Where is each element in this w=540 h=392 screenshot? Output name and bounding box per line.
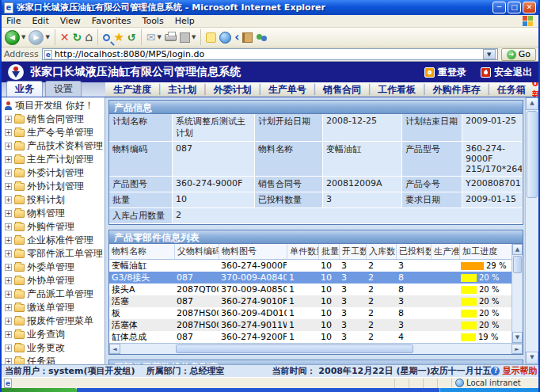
scroll-up-icon[interactable]: ▲ [526,97,538,110]
sidebar-item[interactable]: 外委计划管理 [2,166,105,180]
table-row[interactable]: 活塞 087 360-274-9010F 1 10 3 2 3 [109,295,511,307]
research-icon[interactable] [242,32,253,43]
scrollbar-thumb[interactable] [176,344,413,353]
table-row[interactable]: 缸体总成 087 360-274-9200F 1 10 3 2 4 [109,331,511,343]
browser-globe-icon[interactable] [219,32,231,44]
quick-nav-icon[interactable]: ‹ [234,32,239,44]
expand-icon[interactable] [5,344,12,352]
back-dropdown-icon[interactable]: ▼ [21,34,25,40]
expand-icon[interactable] [5,237,12,244]
more-dropdown-icon[interactable]: ▼ [192,34,196,40]
favorites-icon[interactable]: ★ [113,32,124,44]
table-row[interactable]: 接头A 2087QT002 370-009-A0850 1 10 3 2 8 [109,284,511,295]
expand-icon[interactable] [5,169,12,177]
column-header[interactable]: 开工数 [339,244,366,259]
logout-button[interactable]: 安全退出 [481,66,532,79]
column-header[interactable]: 父物料编码 [174,244,219,259]
address-dropdown-icon[interactable]: ▼ [483,49,496,59]
mail-icon[interactable]: ✉ [146,32,156,43]
minimize-button[interactable]: ─ [492,2,506,13]
new-tasks-badge[interactable]: 0新 [532,82,538,97]
menu-item[interactable]: Help [175,16,195,26]
expand-icon[interactable] [5,250,12,257]
print-icon[interactable] [165,34,177,41]
scroll-right-icon[interactable]: ► [511,344,523,354]
expand-icon[interactable] [5,196,12,204]
scrollbar-thumb[interactable] [527,111,538,198]
menu-item[interactable]: Edit [32,16,48,26]
sidebar-item[interactable]: 零部件派工单管理 [2,247,105,261]
nav-item[interactable]: 任务箱 [480,83,525,97]
expand-icon[interactable] [5,129,12,136]
column-header[interactable]: 已投料数 [396,244,431,259]
menu-item[interactable]: File [6,16,21,26]
sidebar-item[interactable]: 投料计划 [2,193,105,207]
nav-item[interactable]: 生产进度 [113,83,151,97]
sidebar-item[interactable]: 任务箱 [2,355,105,364]
table-row[interactable]: 变幅油缸 360-274-9000F 10 3 2 3 [109,260,511,272]
home-button[interactable]: ⌂ [85,31,93,44]
scroll-down-icon[interactable]: ▼ [526,352,538,364]
scroll-up-icon[interactable]: ▲ [512,244,523,255]
nav-item[interactable]: 外委计划 [196,83,251,97]
expand-icon[interactable] [5,210,12,217]
sidebar-item[interactable]: 产品技术资料管理 [2,139,105,153]
column-header[interactable]: 生产准备 [431,244,459,259]
table-row[interactable]: 活塞体 2087HS002 360-274-9011W 1 10 3 2 3 [109,319,511,331]
column-header[interactable]: 物料图号 [219,244,287,259]
expand-icon[interactable] [5,223,12,230]
address-input[interactable]: e http://localhost:8080/MPS/login.do ▼ [42,48,498,60]
sidebar-item[interactable]: 企业标准件管理 [2,234,105,247]
sidebar-item[interactable]: 缴送单管理 [2,301,105,314]
expand-icon[interactable] [5,318,12,325]
sidebar-item[interactable]: 业务查询 [2,328,105,341]
column-header[interactable]: 入库数 [366,244,396,259]
sidebar-item[interactable]: 外协单管理 [2,274,105,287]
nav-item[interactable]: 生产单号 [251,83,306,97]
table-row[interactable]: G3/8接头 087 370-009-A0840 1 10 3 2 8 [109,272,511,284]
expand-icon[interactable] [5,291,12,298]
back-button[interactable]: ◀ [5,30,20,45]
sidebar-item[interactable]: 主生产计划管理 [2,153,105,166]
relogin-button[interactable]: 重登录 [424,66,466,79]
nav-item[interactable]: 主计划 [151,83,196,97]
stop-button[interactable]: ✕ [60,32,70,43]
search-icon[interactable] [103,34,110,41]
scroll-left-icon[interactable]: ◄ [109,344,120,354]
tab-business[interactable]: 业务 [6,81,43,97]
nav-item[interactable]: 工作看板 [361,83,416,97]
forward-dropdown-icon[interactable]: ▼ [45,34,49,40]
go-button[interactable]: ➜ Go [501,48,536,61]
nav-item[interactable]: 销售合同 [306,83,361,97]
tab-settings[interactable]: 设置 [45,81,82,97]
expand-icon[interactable] [5,277,12,284]
sidebar-item[interactable]: 业务更改 [2,341,105,355]
address-url[interactable]: http://localhost:8080/MPS/login.do [55,49,481,59]
menu-item[interactable]: View [60,16,81,26]
scroll-down-icon[interactable]: ▼ [512,332,523,343]
maximize-button[interactable]: □ [508,2,521,13]
show-help-link[interactable]: ? 显示帮助 [491,365,537,377]
close-button[interactable]: ✕ [523,2,536,13]
forward-button[interactable]: ▶ [29,30,44,45]
sidebar-item[interactable]: 外购件管理 [2,220,105,234]
parts-horizontal-scrollbar[interactable]: ◄ ► [109,343,523,354]
scrollbar-thumb[interactable] [513,256,522,273]
notes-icon[interactable] [206,32,216,43]
expand-icon[interactable] [5,358,12,364]
expand-icon[interactable] [5,183,12,190]
sidebar-item[interactable]: 物料管理 [2,207,105,220]
expand-icon[interactable] [5,331,12,338]
expand-icon[interactable] [5,304,12,311]
sidebar-item[interactable]: 生产令号单管理 [2,126,105,139]
sidebar-item[interactable]: 报废件管理菜单 [2,314,105,328]
column-header[interactable]: 单件数量 [287,244,318,259]
mail-dropdown-icon[interactable]: ▼ [158,34,162,40]
menu-item[interactable]: Favorites [92,16,131,26]
expand-icon[interactable] [5,116,12,123]
edit-icon[interactable] [180,32,190,43]
sidebar-item[interactable]: 外委单管理 [2,261,105,274]
table-row[interactable]: 板 2087HS002 360-209-4D010 1 10 3 2 8 [109,307,511,319]
messenger-icon[interactable] [256,32,268,44]
sidebar-item[interactable]: 外协计划管理 [2,180,105,193]
